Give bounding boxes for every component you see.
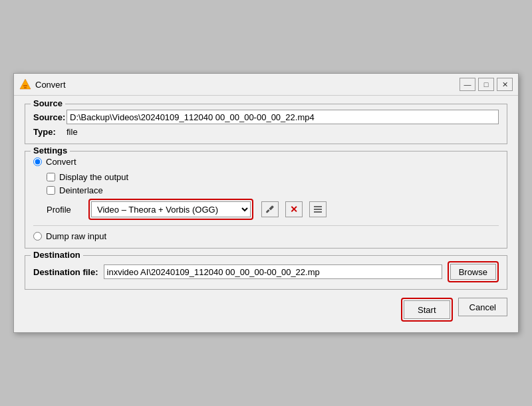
start-button[interactable]: Start: [404, 300, 450, 319]
dump-radio-label: Dump raw input: [46, 231, 106, 241]
convert-radio-label: Convert: [46, 157, 76, 167]
dump-radio-row: Dump raw input: [33, 231, 499, 241]
cancel-button[interactable]: Cancel: [458, 298, 507, 316]
source-row: Source:: [33, 110, 499, 124]
profile-delete-button[interactable]: ✕: [285, 201, 303, 217]
display-output-label: Display the output: [59, 172, 128, 182]
profile-label: Profile: [47, 205, 83, 215]
svg-rect-3: [314, 206, 322, 207]
delete-icon: ✕: [290, 204, 298, 215]
window-content: Source Source: Type: file Settings Conve…: [14, 96, 518, 332]
destination-group-label: Destination: [31, 250, 83, 260]
display-output-row: Display the output: [47, 172, 499, 182]
maximize-button[interactable]: □: [478, 78, 494, 91]
profile-select[interactable]: Video – Theora + Vorbis (OGG) Video – H.…: [91, 201, 251, 217]
profile-edit-button[interactable]: [309, 201, 327, 217]
profile-select-wrapper: Video – Theora + Vorbis (OGG) Video – H.…: [88, 199, 253, 220]
settings-divider: [33, 225, 499, 226]
close-button[interactable]: ✕: [497, 78, 513, 91]
deinterlace-checkbox[interactable]: [47, 186, 55, 195]
convert-radio-row: Convert: [33, 157, 499, 167]
browse-btn-wrapper: Browse: [448, 261, 499, 282]
deinterlace-row: Deinterlace: [47, 185, 499, 195]
window-controls: — □ ✕: [460, 78, 513, 91]
wrench-icon: [265, 205, 275, 214]
svg-rect-4: [314, 209, 322, 210]
source-group-label: Source: [31, 98, 65, 108]
type-row: Type: file: [33, 127, 499, 137]
type-value: file: [66, 127, 78, 137]
browse-button[interactable]: Browse: [450, 264, 496, 280]
svg-rect-2: [24, 87, 27, 88]
svg-rect-1: [23, 85, 27, 86]
destination-file-input[interactable]: [104, 264, 442, 279]
convert-radio[interactable]: [33, 157, 42, 166]
minimize-button[interactable]: —: [460, 78, 475, 91]
bottom-buttons: Start Cancel: [25, 298, 507, 324]
dump-radio[interactable]: [33, 232, 42, 241]
destination-row: Destination file: Browse: [33, 261, 499, 282]
window-title: Convert: [35, 80, 456, 90]
settings-group-label: Settings: [31, 146, 70, 155]
deinterlace-label: Deinterlace: [59, 185, 103, 195]
profile-row: Profile Video – Theora + Vorbis (OGG) Vi…: [47, 199, 499, 220]
list-icon: [313, 205, 323, 214]
type-label: Type:: [33, 127, 66, 137]
title-bar: Convert — □ ✕: [14, 74, 518, 96]
settings-group: Settings Convert Display the output Dein…: [25, 151, 507, 249]
vlc-icon: [19, 78, 31, 90]
profile-settings-button[interactable]: [261, 201, 279, 217]
start-btn-wrapper: Start: [401, 298, 452, 322]
display-output-checkbox[interactable]: [47, 173, 55, 181]
convert-window: Convert — □ ✕ Source Source: Type: file …: [13, 73, 519, 333]
source-label: Source:: [33, 112, 66, 122]
destination-file-label: Destination file:: [33, 267, 98, 277]
source-input[interactable]: [66, 110, 499, 124]
source-group: Source Source: Type: file: [25, 104, 507, 144]
svg-rect-5: [314, 211, 322, 213]
destination-group: Destination Destination file: Browse: [25, 255, 507, 290]
